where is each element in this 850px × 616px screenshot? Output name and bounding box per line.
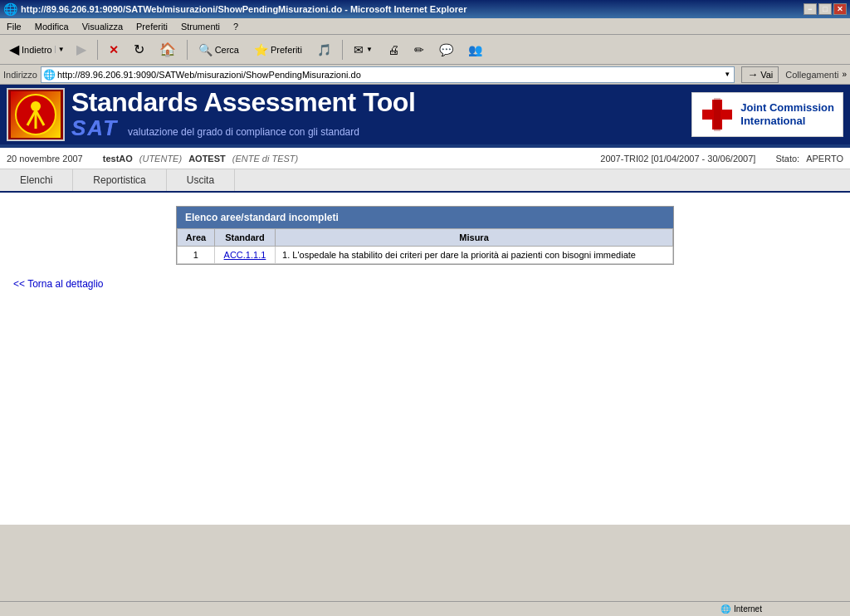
favorites-label: Preferiti	[271, 45, 302, 55]
table-container: Elenco aree/standard incompleti Area Sta…	[176, 206, 674, 265]
banner-subtitle: valutazione del grado di compliance con …	[128, 126, 359, 138]
home-icon: 🏠	[159, 42, 176, 57]
mail-dropdown-icon[interactable]: ▼	[366, 46, 373, 53]
menu-visualizza[interactable]: Visualizza	[79, 22, 126, 32]
table-header-row: Area Standard Misura	[178, 229, 673, 247]
nav-uscita[interactable]: Uscita	[167, 169, 235, 191]
mail-icon: ✉	[354, 43, 364, 56]
toolbar-sep-1	[97, 40, 98, 60]
media-icon: 🎵	[317, 43, 331, 56]
address-label: Indirizzo	[3, 70, 37, 80]
cell-misura: 1. L'ospedale ha stabilito dei criteri p…	[276, 247, 673, 264]
banner: Standards Assessment Tool SAT valutazion…	[0, 85, 850, 144]
info-bar: 20 novembre 2007 testAO (UTENTE) AOTEST …	[0, 148, 850, 169]
links-expand-icon[interactable]: »	[842, 70, 847, 79]
menu-file[interactable]: File	[3, 22, 25, 32]
menu-bar: File Modifica Visualizza Preferiti Strum…	[0, 18, 850, 35]
data-table: Area Standard Misura 1ACC.1.1.11. L'ospe…	[177, 228, 673, 264]
toolbar: ◀ Indietro ▼ ▶ ✕ ↻ 🏠 🔍 Cerca ⭐ Preferiti…	[0, 35, 850, 65]
table-row: 1ACC.1.1.11. L'ospedale ha stabilito dei…	[178, 247, 673, 264]
address-bar: Indirizzo 🌐 ▼ → Vai Collegamenti »	[0, 65, 850, 85]
home-button[interactable]: 🏠	[154, 38, 182, 61]
go-label: Vai	[760, 70, 773, 80]
info-date: 20 novembre 2007	[7, 154, 83, 164]
title-bar: 🌐 http://89.96.206.91:9090/SATWeb/misura…	[0, 0, 850, 18]
nav-menu: Elenchi Reportistica Uscita	[0, 169, 850, 193]
svg-point-1	[31, 101, 41, 111]
address-input[interactable]	[57, 70, 722, 80]
favorites-icon: ⭐	[254, 43, 268, 56]
discuss-button[interactable]: 💬	[433, 38, 459, 61]
maximize-button[interactable]: □	[818, 3, 832, 15]
col-standard: Standard	[214, 229, 275, 247]
content-area: Elenco aree/standard incompleti Area Sta…	[0, 193, 850, 525]
favorites-button[interactable]: ⭐ Preferiti	[248, 38, 308, 61]
forward-button[interactable]: ▶	[71, 38, 92, 61]
title-bar-title-group: 🌐 http://89.96.206.91:9090/SATWeb/misura…	[3, 2, 467, 16]
back-label: Indietro	[22, 45, 52, 55]
status-zone-internet: 🌐 Internet	[636, 604, 847, 614]
toolbar-sep-3	[342, 40, 343, 60]
svg-rect-7	[714, 98, 721, 131]
back-arrow-icon: ◀	[9, 42, 19, 57]
jci-line2: International	[740, 115, 834, 128]
table-title: Elenco aree/standard incompleti	[177, 207, 673, 228]
users-button[interactable]: 👥	[462, 38, 488, 61]
info-ente: AOTEST	[188, 154, 226, 164]
menu-preferiti[interactable]: Preferiti	[133, 22, 171, 32]
logo-svg	[15, 94, 56, 135]
menu-strumenti[interactable]: Strumenti	[178, 22, 223, 32]
cell-standard: ACC.1.1.1	[214, 247, 275, 264]
close-button[interactable]: ✕	[833, 3, 847, 15]
banner-left: Standards Assessment Tool SAT valutazion…	[7, 88, 415, 141]
go-button[interactable]: → Vai	[741, 66, 779, 83]
address-input-wrap: 🌐 ▼	[41, 66, 735, 83]
info-period: 2007-TRI02 [01/04/2007 - 30/06/2007]	[600, 154, 755, 164]
banner-sat: SAT	[71, 115, 118, 141]
mail-button[interactable]: ✉ ▼	[348, 38, 379, 61]
title-bar-title: http://89.96.206.91:9090/SATWeb/misurazi…	[21, 4, 467, 14]
links-label: Collegamenti	[785, 70, 838, 80]
users-icon: 👥	[468, 43, 482, 56]
nav-reportistica[interactable]: Reportistica	[73, 169, 166, 191]
info-stato-label: Stato:	[775, 154, 799, 164]
menu-modifica[interactable]: Modifica	[32, 22, 72, 32]
back-dropdown-icon[interactable]: ▼	[55, 46, 65, 53]
address-dropdown-icon[interactable]: ▼	[722, 71, 732, 78]
print-icon: 🖨	[388, 43, 399, 56]
jci-cross-icon	[701, 98, 734, 131]
cell-area: 1	[178, 247, 215, 264]
nav-elenchi[interactable]: Elenchi	[0, 169, 73, 191]
back-button[interactable]: ◀ Indietro ▼	[3, 38, 67, 61]
toolbar-sep-2	[187, 40, 188, 60]
info-role: (UTENTE)	[139, 154, 182, 164]
jci-logo: Joint Commission International	[691, 92, 843, 137]
jci-text-group: Joint Commission International	[740, 101, 834, 127]
media-button[interactable]: 🎵	[311, 38, 337, 61]
col-area: Area	[178, 229, 215, 247]
refresh-button[interactable]: ↻	[128, 38, 150, 61]
window-controls[interactable]: − □ ✕	[804, 3, 847, 15]
banner-title-group: Standards Assessment Tool SAT valutazion…	[71, 89, 415, 141]
print-button[interactable]: 🖨	[382, 38, 405, 61]
col-misura: Misura	[276, 229, 673, 247]
search-icon: 🔍	[198, 43, 212, 56]
banner-bottom: SAT valutazione del grado di compliance …	[71, 115, 415, 141]
info-ente-label: (ENTE di TEST)	[232, 154, 298, 164]
search-label: Cerca	[215, 45, 239, 55]
stop-button[interactable]: ✕	[103, 38, 125, 61]
info-stato-value: APERTO	[806, 154, 843, 164]
minimize-button[interactable]: −	[804, 3, 817, 15]
search-button[interactable]: 🔍 Cerca	[193, 38, 245, 61]
internet-icon: 🌐	[721, 604, 730, 614]
discuss-icon: 💬	[439, 43, 453, 56]
stop-icon: ✕	[109, 43, 119, 56]
back-link[interactable]: << Torna al dettaglio	[13, 278, 837, 290]
jci-line1: Joint Commission	[740, 101, 834, 115]
standard-link[interactable]: ACC.1.1.1	[224, 250, 266, 260]
menu-help[interactable]: ?	[230, 22, 242, 32]
logo-image	[11, 91, 61, 138]
banner-title: Standards Assessment Tool	[71, 89, 415, 115]
edit-button[interactable]: ✏	[408, 38, 430, 61]
refresh-icon: ↻	[134, 42, 144, 57]
